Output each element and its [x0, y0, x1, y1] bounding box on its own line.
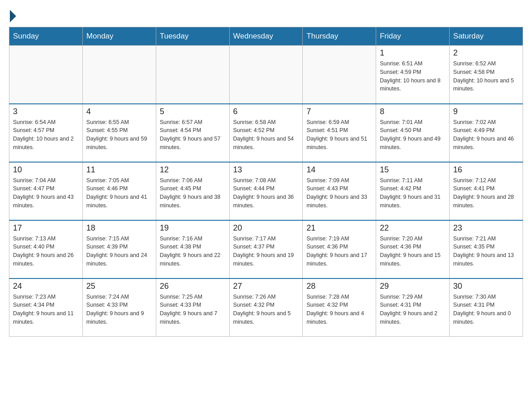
day-number: 9: [453, 107, 519, 116]
day-number: 20: [233, 223, 299, 233]
page-header: [9, 9, 523, 22]
weekday-header-thursday: Thursday: [303, 27, 376, 46]
day-info: Sunrise: 6:59 AMSunset: 4:51 PMDaylight:…: [306, 118, 372, 152]
calendar-cell: 8Sunrise: 7:01 AMSunset: 4:50 PMDaylight…: [376, 104, 450, 162]
day-info: Sunrise: 7:13 AMSunset: 4:40 PMDaylight:…: [13, 235, 79, 268]
calendar-cell: 11Sunrise: 7:05 AMSunset: 4:46 PMDayligh…: [82, 162, 156, 220]
day-info: Sunrise: 7:28 AMSunset: 4:32 PMDaylight:…: [306, 293, 372, 326]
day-number: 24: [13, 282, 79, 291]
calendar-cell: 20Sunrise: 7:17 AMSunset: 4:37 PMDayligh…: [229, 220, 303, 278]
day-number: 16: [453, 165, 519, 175]
day-info: Sunrise: 7:19 AMSunset: 4:36 PMDaylight:…: [306, 235, 372, 268]
day-number: 21: [306, 223, 372, 233]
day-info: Sunrise: 7:01 AMSunset: 4:50 PMDaylight:…: [380, 118, 446, 152]
day-info: Sunrise: 6:57 AMSunset: 4:54 PMDaylight:…: [160, 118, 226, 152]
day-number: 10: [13, 165, 79, 175]
day-info: Sunrise: 7:21 AMSunset: 4:35 PMDaylight:…: [453, 235, 519, 268]
logo-arrow-icon: [10, 10, 16, 22]
weekday-header-friday: Friday: [376, 27, 450, 46]
day-number: 6: [233, 107, 299, 116]
day-number: 2: [453, 48, 519, 58]
day-info: Sunrise: 6:54 AMSunset: 4:57 PMDaylight:…: [13, 118, 79, 152]
calendar-cell: [9, 46, 83, 104]
calendar-cell: 19Sunrise: 7:16 AMSunset: 4:38 PMDayligh…: [156, 220, 229, 278]
calendar-cell: 29Sunrise: 7:29 AMSunset: 4:31 PMDayligh…: [376, 278, 450, 337]
calendar-week-row: 17Sunrise: 7:13 AMSunset: 4:40 PMDayligh…: [9, 220, 523, 278]
day-info: Sunrise: 6:55 AMSunset: 4:55 PMDaylight:…: [86, 118, 152, 152]
calendar-cell: 6Sunrise: 6:58 AMSunset: 4:52 PMDaylight…: [229, 104, 303, 162]
calendar-cell: 14Sunrise: 7:09 AMSunset: 4:43 PMDayligh…: [303, 162, 376, 220]
calendar-cell: 24Sunrise: 7:23 AMSunset: 4:34 PMDayligh…: [9, 278, 83, 337]
calendar-cell: 21Sunrise: 7:19 AMSunset: 4:36 PMDayligh…: [303, 220, 376, 278]
logo: [9, 9, 16, 22]
calendar-cell: 9Sunrise: 7:02 AMSunset: 4:49 PMDaylight…: [450, 104, 523, 162]
day-info: Sunrise: 7:05 AMSunset: 4:46 PMDaylight:…: [86, 176, 152, 210]
day-number: 28: [306, 282, 372, 291]
weekday-header-monday: Monday: [82, 27, 156, 46]
calendar-week-row: 24Sunrise: 7:23 AMSunset: 4:34 PMDayligh…: [9, 278, 523, 337]
day-number: 26: [160, 282, 226, 291]
day-number: 4: [86, 107, 152, 116]
day-info: Sunrise: 7:30 AMSunset: 4:31 PMDaylight:…: [453, 293, 519, 326]
day-number: 17: [13, 223, 79, 233]
day-number: 27: [233, 282, 299, 291]
calendar-cell: 13Sunrise: 7:08 AMSunset: 4:44 PMDayligh…: [229, 162, 303, 220]
calendar-cell: 16Sunrise: 7:12 AMSunset: 4:41 PMDayligh…: [450, 162, 523, 220]
calendar-cell: 5Sunrise: 6:57 AMSunset: 4:54 PMDaylight…: [156, 104, 229, 162]
day-number: 30: [453, 282, 519, 291]
calendar-cell: 3Sunrise: 6:54 AMSunset: 4:57 PMDaylight…: [9, 104, 83, 162]
weekday-header-tuesday: Tuesday: [156, 27, 229, 46]
calendar-cell: 26Sunrise: 7:25 AMSunset: 4:33 PMDayligh…: [156, 278, 229, 337]
calendar-cell: 27Sunrise: 7:26 AMSunset: 4:32 PMDayligh…: [229, 278, 303, 337]
calendar-cell: 7Sunrise: 6:59 AMSunset: 4:51 PMDaylight…: [303, 104, 376, 162]
calendar-cell: 18Sunrise: 7:15 AMSunset: 4:39 PMDayligh…: [82, 220, 156, 278]
calendar-cell: [156, 46, 229, 104]
calendar-cell: 25Sunrise: 7:24 AMSunset: 4:33 PMDayligh…: [82, 278, 156, 337]
day-number: 22: [380, 223, 446, 233]
calendar-cell: 10Sunrise: 7:04 AMSunset: 4:47 PMDayligh…: [9, 162, 83, 220]
calendar-cell: 23Sunrise: 7:21 AMSunset: 4:35 PMDayligh…: [450, 220, 523, 278]
day-info: Sunrise: 6:58 AMSunset: 4:52 PMDaylight:…: [233, 118, 299, 152]
day-number: 8: [380, 107, 446, 116]
day-info: Sunrise: 7:23 AMSunset: 4:34 PMDaylight:…: [13, 293, 79, 326]
day-number: 5: [160, 107, 226, 116]
calendar-week-row: 10Sunrise: 7:04 AMSunset: 4:47 PMDayligh…: [9, 162, 523, 220]
day-number: 3: [13, 107, 79, 116]
day-number: 23: [453, 223, 519, 233]
weekday-header-saturday: Saturday: [450, 27, 523, 46]
day-info: Sunrise: 7:09 AMSunset: 4:43 PMDaylight:…: [306, 176, 372, 210]
day-number: 15: [380, 165, 446, 175]
day-info: Sunrise: 6:51 AMSunset: 4:59 PMDaylight:…: [380, 60, 446, 93]
day-info: Sunrise: 7:15 AMSunset: 4:39 PMDaylight:…: [86, 235, 152, 268]
day-number: 14: [306, 165, 372, 175]
day-info: Sunrise: 7:08 AMSunset: 4:44 PMDaylight:…: [233, 176, 299, 210]
calendar-cell: 1Sunrise: 6:51 AMSunset: 4:59 PMDaylight…: [376, 46, 450, 104]
calendar-cell: 12Sunrise: 7:06 AMSunset: 4:45 PMDayligh…: [156, 162, 229, 220]
day-number: 19: [160, 223, 226, 233]
calendar-week-row: 1Sunrise: 6:51 AMSunset: 4:59 PMDaylight…: [9, 46, 523, 104]
calendar-cell: 2Sunrise: 6:52 AMSunset: 4:58 PMDaylight…: [450, 46, 523, 104]
calendar-cell: 15Sunrise: 7:11 AMSunset: 4:42 PMDayligh…: [376, 162, 450, 220]
day-info: Sunrise: 7:25 AMSunset: 4:33 PMDaylight:…: [160, 293, 226, 326]
day-number: 1: [380, 48, 446, 58]
calendar-cell: [303, 46, 376, 104]
calendar-week-row: 3Sunrise: 6:54 AMSunset: 4:57 PMDaylight…: [9, 104, 523, 162]
weekday-header-row: SundayMondayTuesdayWednesdayThursdayFrid…: [9, 27, 523, 46]
calendar-cell: 22Sunrise: 7:20 AMSunset: 4:36 PMDayligh…: [376, 220, 450, 278]
day-info: Sunrise: 7:16 AMSunset: 4:38 PMDaylight:…: [160, 235, 226, 268]
calendar-cell: [229, 46, 303, 104]
calendar-cell: 30Sunrise: 7:30 AMSunset: 4:31 PMDayligh…: [450, 278, 523, 337]
day-info: Sunrise: 7:29 AMSunset: 4:31 PMDaylight:…: [380, 293, 446, 326]
day-info: Sunrise: 7:11 AMSunset: 4:42 PMDaylight:…: [380, 176, 446, 210]
day-info: Sunrise: 6:52 AMSunset: 4:58 PMDaylight:…: [453, 60, 519, 93]
day-info: Sunrise: 7:20 AMSunset: 4:36 PMDaylight:…: [380, 235, 446, 268]
calendar-cell: 17Sunrise: 7:13 AMSunset: 4:40 PMDayligh…: [9, 220, 83, 278]
day-info: Sunrise: 7:02 AMSunset: 4:49 PMDaylight:…: [453, 118, 519, 152]
day-info: Sunrise: 7:17 AMSunset: 4:37 PMDaylight:…: [233, 235, 299, 268]
calendar-cell: [82, 46, 156, 104]
day-info: Sunrise: 7:06 AMSunset: 4:45 PMDaylight:…: [160, 176, 226, 210]
day-number: 25: [86, 282, 152, 291]
calendar-cell: 4Sunrise: 6:55 AMSunset: 4:55 PMDaylight…: [82, 104, 156, 162]
day-info: Sunrise: 7:04 AMSunset: 4:47 PMDaylight:…: [13, 176, 79, 210]
weekday-header-wednesday: Wednesday: [229, 27, 303, 46]
